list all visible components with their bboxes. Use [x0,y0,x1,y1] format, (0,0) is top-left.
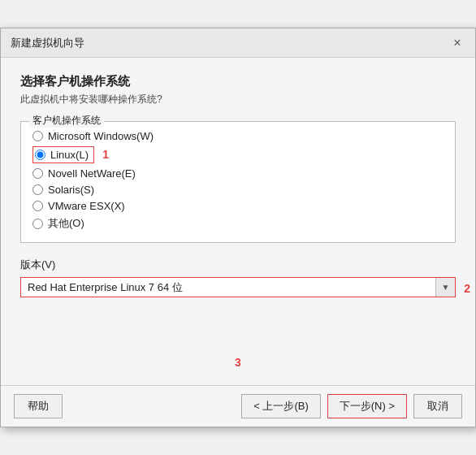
footer: 帮助 < 上一步(B) 下一步(N) > 取消 [1,385,475,427]
radio-linux[interactable]: Linux(L) [32,146,94,163]
help-button[interactable]: 帮助 [14,394,63,418]
os-group-box: 客户机操作系统 Microsoft Windows(W) Linux(L) 1 … [20,121,456,243]
version-select-wrapper: Red Hat Enterprise Linux 7 64 位 Red Hat … [20,277,456,297]
annotation-2: 2 [464,282,470,295]
version-row-wrapper: Red Hat Enterprise Linux 7 64 位 Red Hat … [20,277,456,297]
dropdown-arrow-icon[interactable]: ▼ [435,278,455,297]
title-bar: 新建虚拟机向导 × [1,28,475,58]
radio-solaris-input[interactable] [32,184,43,195]
radio-windows-label: Microsoft Windows(W) [48,130,154,142]
dialog: 新建虚拟机向导 × 选择客户机操作系统 此虚拟机中将安装哪种操作系统? 客户机操… [0,28,476,427]
radio-vmware-esx-input[interactable] [32,201,43,211]
back-button[interactable]: < 上一步(B) [241,394,321,418]
spacer [20,307,456,356]
dialog-title: 新建虚拟机向导 [11,36,84,50]
cancel-button[interactable]: 取消 [413,394,462,418]
radio-novell-label: Novell NetWare(E) [48,167,136,180]
footer-right: < 上一步(B) 下一步(N) > 取消 [241,394,462,418]
version-select[interactable]: Red Hat Enterprise Linux 7 64 位 Red Hat … [21,278,435,297]
section-subtitle: 此虚拟机中将安装哪种操作系统? [20,93,456,106]
radio-linux-wrapper: Linux(L) 1 [32,146,94,167]
close-button[interactable]: × [449,35,465,51]
radio-windows-input[interactable] [32,131,43,141]
radio-novell-input[interactable] [32,168,43,179]
radio-vmware-esx-label: VMware ESX(X) [48,200,125,212]
radio-windows[interactable]: Microsoft Windows(W) [32,130,444,142]
radio-solaris-label: Solaris(S) [48,184,94,196]
radio-vmware-esx[interactable]: VMware ESX(X) [32,200,444,212]
radio-linux-label: Linux(L) [50,149,89,161]
os-group-label: 客户机操作系统 [29,114,104,128]
version-section: 版本(V) Red Hat Enterprise Linux 7 64 位 Re… [20,258,456,297]
annotation-3: 3 [20,356,456,369]
radio-other-label: 其他(O) [48,216,84,231]
radio-solaris[interactable]: Solaris(S) [32,184,444,196]
section-title: 选择客户机操作系统 [20,74,456,89]
radio-novell[interactable]: Novell NetWare(E) [32,167,444,180]
dialog-body: 选择客户机操作系统 此虚拟机中将安装哪种操作系统? 客户机操作系统 Micros… [1,58,475,385]
next-button[interactable]: 下一步(N) > [327,394,407,418]
radio-linux-input[interactable] [35,150,45,160]
annotation-1: 1 [102,148,109,161]
radio-other[interactable]: 其他(O) [32,216,444,231]
version-label: 版本(V) [20,258,456,272]
radio-other-input[interactable] [32,219,43,229]
